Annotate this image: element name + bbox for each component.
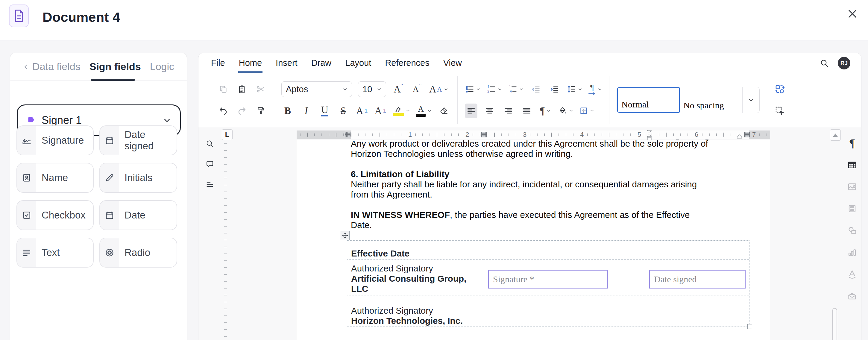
table-cell-acg-signatory: Authorized Signatory Artificial Consulti… bbox=[347, 260, 484, 296]
paragraph-group: 1 2 1 A bbox=[457, 76, 609, 124]
pilcrow-arrow-icon: ¶ bbox=[588, 84, 596, 95]
underline-button[interactable]: U bbox=[318, 103, 331, 118]
paste-button[interactable] bbox=[236, 82, 248, 96]
text-field-button[interactable]: Text bbox=[17, 238, 94, 268]
date-field-button[interactable]: Date bbox=[99, 200, 177, 230]
pilcrow-icon[interactable]: ¶ bbox=[847, 138, 858, 149]
justify-button[interactable] bbox=[521, 103, 533, 118]
font-group: Aptos 10 Aˆ Aˇ A A bbox=[274, 76, 457, 124]
bullet-list-button[interactable] bbox=[465, 82, 480, 96]
vertical-scrollbar-thumb[interactable] bbox=[832, 308, 837, 340]
shrink-font-button[interactable]: Aˇ bbox=[411, 82, 423, 96]
table-resize-handle[interactable] bbox=[747, 324, 752, 329]
close-icon[interactable] bbox=[845, 7, 860, 21]
align-right-button[interactable] bbox=[502, 103, 515, 118]
shapes-icon[interactable] bbox=[847, 225, 858, 236]
menu-home[interactable]: Home bbox=[238, 53, 262, 73]
table-cell-empty bbox=[484, 241, 749, 260]
replace-button[interactable] bbox=[773, 82, 786, 96]
editor-toolbar: Aptos 10 Aˆ Aˇ A A bbox=[198, 73, 861, 127]
strikethrough-button[interactable]: S bbox=[337, 103, 350, 118]
tab-sign-fields[interactable]: Sign fields bbox=[90, 61, 141, 72]
styles-expand-button[interactable] bbox=[743, 87, 760, 113]
mail-icon[interactable] bbox=[847, 290, 858, 301]
scroll-up-button[interactable] bbox=[830, 129, 841, 141]
insert-strip: ¶ bbox=[843, 138, 861, 301]
superscript-button[interactable]: A1 bbox=[355, 103, 368, 118]
style-no-spacing[interactable]: No spacing bbox=[680, 87, 743, 113]
name-field-button[interactable]: Name bbox=[17, 163, 94, 193]
select-button[interactable] bbox=[773, 103, 786, 118]
clipboard-group bbox=[210, 76, 274, 124]
align-center-button[interactable] bbox=[484, 103, 496, 118]
image-icon[interactable] bbox=[847, 181, 858, 192]
date-signed-field-button[interactable]: Date signed bbox=[99, 125, 177, 155]
radio-field-button[interactable]: Radio bbox=[99, 238, 177, 268]
search-icon[interactable] bbox=[820, 59, 829, 68]
date-signed-field[interactable]: Date signed bbox=[649, 270, 746, 288]
tab-stop-selector[interactable]: L bbox=[222, 129, 232, 140]
numbered-list-button[interactable]: 1 2 bbox=[486, 82, 502, 96]
highlight-color-button[interactable] bbox=[393, 103, 410, 118]
menu-file[interactable]: File bbox=[210, 53, 226, 73]
tab-logic[interactable]: Logic bbox=[150, 61, 174, 72]
table-column-marker[interactable] bbox=[744, 132, 750, 137]
menu-view[interactable]: View bbox=[443, 53, 462, 73]
table-move-handle[interactable] bbox=[341, 231, 350, 240]
italic-button[interactable]: I bbox=[300, 103, 312, 118]
align-left-button[interactable] bbox=[465, 103, 477, 118]
increase-indent-button[interactable] bbox=[548, 82, 561, 96]
grow-font-button[interactable]: Aˆ bbox=[392, 82, 405, 96]
redo-button[interactable] bbox=[236, 103, 248, 118]
font-color-button[interactable]: A bbox=[416, 103, 432, 118]
triangle-up-icon bbox=[833, 133, 838, 137]
clear-formatting-button[interactable] bbox=[438, 103, 450, 118]
page-icon[interactable] bbox=[847, 203, 858, 214]
menu-layout[interactable]: Layout bbox=[344, 53, 372, 73]
font-color-icon: A bbox=[416, 105, 426, 117]
chevron-down-icon bbox=[578, 87, 582, 91]
word-art-icon[interactable] bbox=[847, 269, 858, 280]
tab-data-fields[interactable]: Data fields bbox=[23, 61, 81, 72]
table-cell-empty bbox=[645, 296, 749, 326]
change-case-button[interactable]: A A bbox=[429, 82, 448, 96]
chart-icon[interactable] bbox=[847, 247, 858, 258]
signature-field[interactable]: Signature * bbox=[488, 270, 608, 288]
menu-insert[interactable]: Insert bbox=[275, 53, 298, 73]
sign-fields-sidebar: Data fields Sign fields Logic Signer 1 bbox=[10, 53, 187, 340]
document-text: Any work product or deliverables created… bbox=[351, 141, 749, 230]
table-column-marker[interactable] bbox=[481, 132, 487, 137]
bold-button[interactable]: B bbox=[281, 103, 294, 118]
borders-button[interactable] bbox=[579, 103, 594, 118]
initials-field-button[interactable]: Initials bbox=[99, 163, 177, 193]
avatar[interactable]: RJ bbox=[838, 57, 850, 69]
paragraph-direction-button[interactable]: ¶ bbox=[588, 82, 602, 96]
signature-field-button[interactable]: Signature bbox=[17, 125, 94, 155]
table-icon[interactable] bbox=[847, 159, 858, 170]
copy-button[interactable] bbox=[217, 82, 229, 96]
vertical-ruler bbox=[224, 136, 227, 340]
show-formatting-marks-button[interactable]: ¶ bbox=[539, 103, 552, 118]
document-page[interactable]: Any work product or deliverables created… bbox=[297, 141, 770, 340]
cut-button[interactable] bbox=[254, 82, 267, 96]
format-painter-button[interactable] bbox=[254, 103, 267, 118]
line-spacing-button[interactable] bbox=[567, 82, 582, 96]
undo-button[interactable] bbox=[217, 103, 229, 118]
calendar-icon bbox=[100, 126, 119, 155]
find-icon[interactable] bbox=[206, 140, 215, 149]
decrease-indent-button[interactable] bbox=[529, 82, 542, 96]
shading-button[interactable] bbox=[558, 103, 573, 118]
comment-icon[interactable] bbox=[206, 160, 215, 169]
right-indent-marker[interactable] bbox=[737, 134, 742, 140]
checkbox-field-button[interactable]: Checkbox bbox=[17, 200, 94, 230]
document-icon[interactable] bbox=[9, 4, 29, 27]
menu-draw[interactable]: Draw bbox=[311, 53, 332, 73]
style-normal[interactable]: Normal bbox=[617, 87, 680, 113]
multilevel-list-button[interactable]: 1 A bbox=[508, 82, 524, 96]
table-column-marker[interactable] bbox=[345, 132, 350, 137]
outline-icon[interactable] bbox=[206, 180, 215, 189]
font-name-select[interactable]: Aptos bbox=[281, 82, 352, 97]
font-size-select[interactable]: 10 bbox=[358, 82, 386, 97]
menu-references[interactable]: References bbox=[384, 53, 430, 73]
subscript-button[interactable]: A1 bbox=[374, 103, 387, 118]
